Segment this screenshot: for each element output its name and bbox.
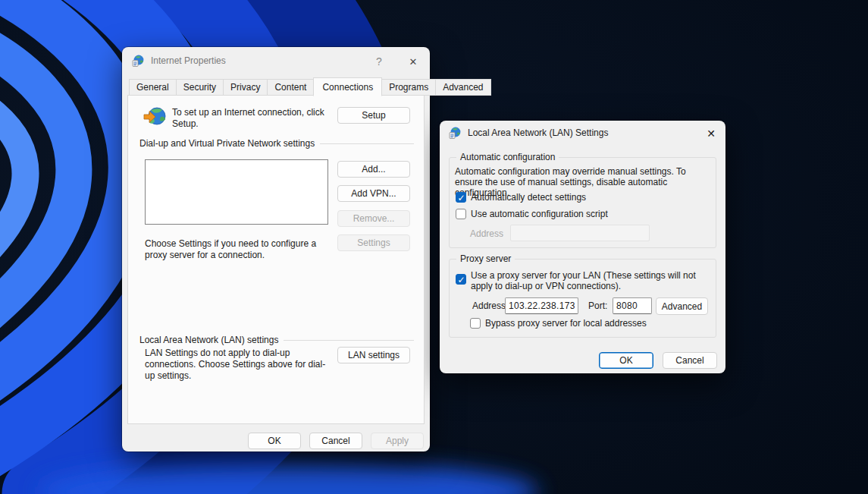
connections-tab-page: To set up an Internet connection, click … (127, 95, 425, 424)
dialup-section-header: Dial-up and Virtual Private Network sett… (139, 138, 414, 149)
internet-connection-globe-icon (143, 105, 166, 128)
advanced-button[interactable]: Advanced (656, 297, 708, 315)
use-automatic-configuration-script-checkbox[interactable] (456, 209, 466, 219)
config-script-label: Use automatic configuration script (471, 209, 608, 219)
section-divider (284, 340, 414, 341)
lan-settings-window: Local Area Network (LAN) Settings ✕ Auto… (440, 121, 725, 373)
lan-settings-titlebar: Local Area Network (LAN) Settings ✕ (440, 121, 725, 145)
auto-config-address-label: Address (470, 228, 503, 239)
tab-content[interactable]: Content (267, 79, 314, 96)
tab-advanced[interactable]: Advanced (435, 79, 490, 96)
bypass-proxy-checkbox[interactable] (470, 318, 481, 329)
apply-button: Apply (371, 433, 424, 449)
use-proxy-label: Use a proxy server for your LAN (These s… (471, 270, 710, 291)
remove-button: Remove... (337, 210, 410, 227)
lan-section-header: Local Area Network (LAN) settings (139, 335, 414, 345)
use-proxy-row: Use a proxy server for your LAN (These s… (456, 270, 710, 291)
setup-button[interactable]: Setup (337, 107, 410, 124)
tab-general[interactable]: General (129, 79, 177, 96)
ok-button[interactable]: OK (248, 433, 301, 449)
settings-button: Settings (337, 234, 410, 251)
auto-config-address-input (510, 225, 650, 241)
cancel-button[interactable]: Cancel (663, 352, 717, 369)
internet-options-icon (132, 55, 144, 67)
desktop: Internet Properties ? ✕ General Security… (0, 0, 868, 494)
close-button[interactable]: ✕ (405, 53, 421, 70)
add-vpn-button[interactable]: Add VPN... (337, 185, 410, 202)
config-script-row: Use automatic configuration script (456, 209, 608, 219)
close-button[interactable]: ✕ (703, 125, 719, 142)
automatic-configuration-label: Automatic configuration (456, 152, 559, 162)
window-title: Internet Properties (151, 55, 226, 66)
proxy-server-label: Proxy server (456, 253, 515, 264)
bypass-proxy-row: Bypass proxy server for local addresses (470, 318, 647, 329)
dialup-section-label: Dial-up and Virtual Private Network sett… (139, 138, 315, 149)
section-divider (320, 143, 414, 144)
internet-properties-titlebar: Internet Properties ? ✕ (122, 47, 430, 74)
add-button[interactable]: Add... (337, 161, 410, 178)
use-proxy-server-checkbox[interactable] (456, 274, 466, 285)
internet-properties-window: Internet Properties ? ✕ General Security… (122, 47, 430, 452)
proxy-address-input[interactable] (505, 297, 578, 314)
tab-programs[interactable]: Programs (381, 79, 436, 96)
setup-description: To set up an Internet connection, click … (172, 107, 333, 130)
lan-description: LAN Settings do not apply to dial-up con… (145, 348, 334, 382)
tab-security[interactable]: Security (176, 79, 224, 96)
lan-section-label: Local Area Network (LAN) settings (139, 335, 278, 345)
proxy-port-input[interactable] (613, 297, 652, 314)
detect-settings-row: Automatically detect settings (456, 192, 586, 203)
connections-listbox[interactable] (145, 159, 328, 225)
internet-options-icon (449, 127, 461, 139)
automatically-detect-settings-checkbox[interactable] (456, 192, 466, 203)
cancel-button[interactable]: Cancel (309, 433, 362, 449)
tab-strip: General Security Privacy Content Connect… (130, 77, 491, 96)
proxy-address-label: Address: (472, 300, 508, 311)
help-button[interactable]: ? (371, 53, 387, 70)
choose-settings-hint: Choose Settings if you need to configure… (145, 238, 333, 261)
tab-privacy[interactable]: Privacy (223, 79, 268, 96)
bypass-proxy-label: Bypass proxy server for local addresses (485, 318, 647, 329)
ok-button[interactable]: OK (599, 352, 653, 369)
tab-connections[interactable]: Connections (313, 77, 382, 96)
detect-settings-label: Automatically detect settings (471, 192, 586, 203)
proxy-port-label: Port: (588, 300, 607, 311)
lan-settings-button[interactable]: LAN settings (337, 347, 410, 363)
window-title: Local Area Network (LAN) Settings (468, 127, 608, 138)
